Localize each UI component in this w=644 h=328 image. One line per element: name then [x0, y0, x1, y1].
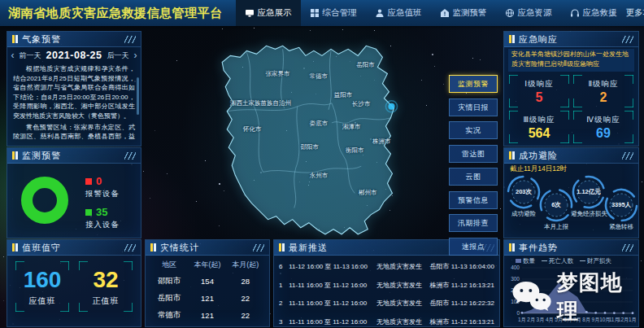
currently-on-duty-label: 正值班: [79, 295, 133, 307]
top-bar: 湖南省地质灾害应急救援信息管理平台 应急展示 综合管理 应急值班 监测预警 应急…: [0, 0, 644, 26]
table-row[interactable]: 常德市 121 22: [146, 307, 269, 324]
successful-avoidance-panel: 成功避险 截止11月14日12时 203次 成功避险 6次 本月上报: [503, 147, 639, 238]
headset-icon: [570, 8, 580, 18]
weather-forecast-text: 根据地质灾害成灾规律和孕灾条件，结合2021年8月25日短期气象预报情况，省自然…: [7, 63, 141, 142]
monitor-icon: [245, 8, 255, 18]
legend-line-icon: [580, 259, 585, 263]
nav-emergency-display[interactable]: 应急展示: [236, 0, 301, 26]
level4-response-count: 69: [573, 126, 633, 141]
map-city-label: 湘西土家族苗族自治州: [230, 99, 291, 107]
connected-device-count: 35: [96, 206, 107, 218]
panel-title: 气象预警: [22, 33, 61, 46]
level3-response-count: 564: [509, 126, 569, 141]
map-button-monitor-warning[interactable]: 监测预警: [449, 75, 498, 93]
map-labels: 张家界市常德市岳阳市湘西土家族苗族自治州益阳市长沙市娄底市湘潭市怀化市株洲市邵阳…: [198, 33, 459, 238]
device-donut-chart: [19, 174, 71, 226]
prev-day-button[interactable]: 前一天: [20, 50, 41, 61]
panel-header-icon: [12, 35, 19, 43]
map-city-label: 衡阳市: [346, 147, 364, 155]
home-alert-icon: [440, 8, 450, 18]
map-city-label: 湘潭市: [342, 123, 361, 131]
nav-label: 应急资源: [518, 7, 552, 19]
gauge-monthly-reports: 6次 本月上报: [538, 187, 574, 231]
map-city-label: 长沙市: [352, 100, 371, 108]
panel-header-icon: [509, 35, 516, 43]
nav-comprehensive-management[interactable]: 综合管理: [301, 0, 366, 26]
map-city-label: 岳阳市: [356, 61, 375, 69]
panel-header-icon: [509, 243, 516, 251]
nav-monitoring-warning[interactable]: 监测预警: [431, 0, 496, 26]
table-row[interactable]: 邵阳市 154 28: [146, 273, 269, 290]
main-nav: 应急展示 综合管理 应急值班 监测预警 应急资源 应急救援: [236, 0, 626, 26]
map-button-live[interactable]: 实况: [449, 121, 498, 139]
scrollbar[interactable]: [137, 77, 139, 115]
emergency-response-panel: 应急响应 安化县羊角塘镇沙园村的山体一处发生地质灾害险情已启动Ⅱ级应急响应 Ⅰ级…: [503, 31, 639, 147]
grid-icon: [310, 8, 320, 18]
panel-corner-decor-icon: [622, 36, 633, 43]
legend-swatch-alarm: [85, 178, 92, 185]
level3-response-box: Ⅲ级响应 564: [509, 111, 569, 143]
watermark: 梦图地理: [510, 269, 644, 326]
weather-paragraph-2: 黄色预警区域：张家界市永定区、武陵源区、慈利县西南部、桑植县西部，益阳市赫山区西…: [13, 123, 135, 142]
gauge-emergency-relocation: 3395人 紧急转移: [603, 187, 639, 231]
weather-warning-panel: 气象预警 ‹ 前一天 2021-08-25 后一天 › 根据地质灾害成灾规律和孕…: [7, 31, 141, 147]
province-map[interactable]: 张家界市常德市岳阳市湘西土家族苗族自治州益阳市长沙市娄底市湘潭市怀化市株洲市邵阳…: [198, 33, 459, 238]
map-city-label: 张家界市: [266, 70, 290, 78]
alarm-device-count: 0: [96, 175, 102, 187]
next-arrow-icon[interactable]: ›: [133, 50, 137, 61]
panel-title: 成功避险: [519, 150, 558, 162]
prev-arrow-icon[interactable]: ‹: [11, 50, 15, 61]
wechat-icon: [510, 278, 552, 316]
panel-title: 值班值守: [22, 242, 61, 254]
stats-col-region: 地区: [150, 260, 189, 270]
level1-response-box: Ⅰ级响应 5: [509, 75, 569, 107]
map-city-label: 益阳市: [334, 91, 353, 99]
monitor-donut-ring: [27, 182, 63, 218]
more-functions-button[interactable]: 更多功能: [626, 7, 644, 19]
next-day-button[interactable]: 后一天: [107, 50, 128, 61]
currently-on-duty-box: 32 正值班: [79, 261, 133, 312]
panel-corner-decor-icon: [124, 36, 136, 43]
stats-col-year: 本年(起): [189, 260, 227, 270]
map-button-report-points[interactable]: 速报点: [449, 238, 498, 256]
panel-header-icon: [12, 243, 19, 251]
map-button-cloud[interactable]: 云图: [449, 168, 498, 186]
app-title: 湖南省地质灾害应急救援信息管理平台: [0, 0, 236, 26]
list-item[interactable]: 1 11-11 16:00 至 11-12 16:00 无地质灾害发生 株洲市 …: [274, 278, 499, 292]
connected-device-label: 接入设备: [85, 220, 120, 230]
map-layer-buttons: 监测预警 灾情日报 实况 雷达图 云图 预警信息 汛期排查 速报点: [449, 75, 498, 256]
panel-title: 最新推送: [289, 242, 328, 254]
map-button-radar[interactable]: 雷达图: [449, 145, 498, 163]
level4-response-box: Ⅳ级响应 69: [573, 111, 633, 143]
map-button-flood-inspection[interactable]: 汛期排查: [449, 214, 498, 232]
legend-bar-icon: [516, 259, 521, 263]
weather-date: 2021-08-25: [46, 50, 102, 61]
list-item[interactable]: 3 11-11 16:00 至 11-12 16:00 无地质灾害发生 株洲市 …: [274, 314, 499, 328]
level2-response-box: Ⅱ级响应 2: [573, 75, 633, 107]
watermark-text: 梦图地理: [557, 269, 644, 326]
weather-paragraph-1: 根据地质灾害成灾规律和孕灾条件，结合2021年8月25日短期气象预报情况，省自然…: [13, 64, 135, 121]
nav-emergency-duty[interactable]: 应急值班: [366, 0, 431, 26]
gauge-economic-loss-avoided: 1.12亿元 避免经济损失: [571, 174, 607, 218]
map-city-label: 常德市: [310, 72, 329, 81]
map-city-label: 娄底市: [310, 120, 329, 128]
map-city-label: 株洲市: [372, 138, 391, 146]
list-item[interactable]: 2 11-11 16:00 至 11-12 16:00 无地质灾害发生 岳阳市 …: [274, 296, 499, 311]
person-icon: [375, 8, 385, 18]
nav-label: 应急救援: [583, 7, 617, 19]
disaster-statistics-panel: 灾情统计 地区 本年(起) 本月(起) 邵阳市 154 28 岳阳市 121 2…: [145, 239, 270, 327]
list-item[interactable]: 6 11-12 16:00 至 11-13 16:00 无地质灾害发生 岳阳市 …: [274, 260, 499, 274]
nav-emergency-rescue[interactable]: 应急救援: [561, 0, 626, 26]
nav-label: 综合管理: [323, 7, 357, 19]
map-button-warning-info[interactable]: 预警信息: [449, 191, 498, 209]
should-be-on-duty-count: 160: [15, 267, 69, 293]
nav-emergency-resources[interactable]: 应急资源: [496, 0, 561, 26]
response-ticker: 安化县羊角塘镇沙园村的山体一处发生地质灾害险情已启动Ⅱ级应急响应: [508, 49, 634, 72]
panel-title: 灾情统计: [160, 242, 199, 254]
table-row[interactable]: 岳阳市 121 22: [146, 290, 269, 307]
currently-on-duty-count: 32: [79, 267, 133, 293]
stats-col-month: 本月(起): [226, 260, 264, 270]
nav-label: 应急展示: [258, 7, 292, 19]
map-button-disaster-daily[interactable]: 灾情日报: [449, 98, 498, 116]
panel-title: 监测预警: [22, 150, 61, 162]
